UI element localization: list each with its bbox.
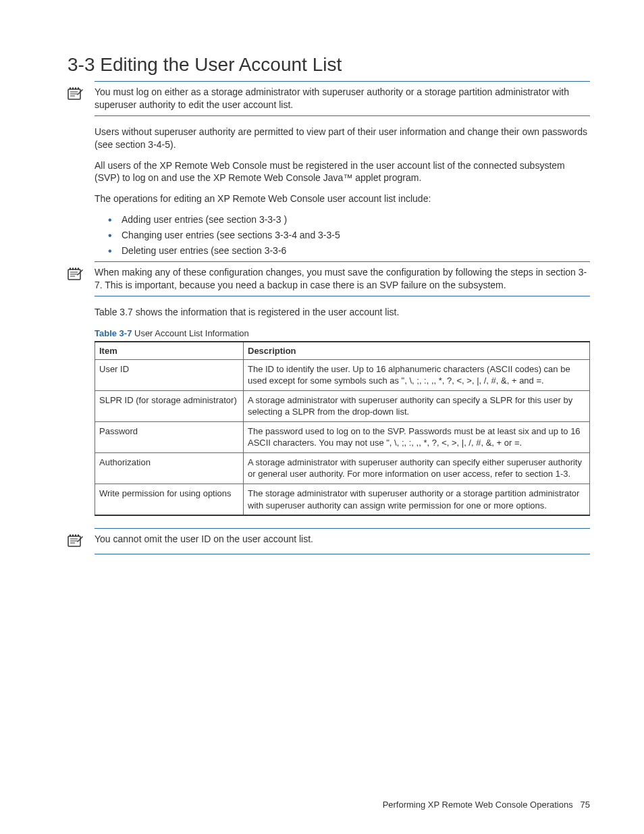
svg-rect-14	[75, 267, 76, 269]
table-cell-desc: A storage administrator with superuser a…	[244, 452, 590, 484]
paragraph-3: The operations for editing an XP Remote …	[95, 192, 590, 205]
note-text-2: When making any of these configuration c…	[95, 266, 590, 292]
note-block-1: You must log on either as a storage admi…	[95, 81, 590, 116]
bullet-list: Adding user entries (see section 3-3-3 )…	[95, 213, 590, 257]
table-cell-desc: The storage administrator with superuser…	[244, 484, 590, 515]
svg-rect-12	[70, 267, 71, 269]
svg-rect-7	[78, 88, 79, 90]
table-row: SLPR ID (for storage administrator) A st…	[95, 390, 590, 421]
svg-rect-6	[75, 88, 76, 90]
note-icon	[68, 92, 84, 103]
table-cell-item: Authorization	[95, 452, 244, 484]
svg-rect-13	[72, 267, 74, 269]
svg-rect-20	[70, 535, 71, 537]
paragraph-2: All users of the XP Remote Web Console m…	[95, 159, 590, 185]
table-cell-desc: The ID to identify the user. Up to 16 al…	[244, 359, 590, 390]
svg-rect-22	[75, 535, 76, 537]
bullet-item: Deleting user entries (see section 3-3-6	[122, 244, 590, 257]
table-cell-item: Write permission for using options	[95, 484, 244, 515]
table-row: User ID The ID to identify the user. Up …	[95, 359, 590, 390]
table-cell-item: Password	[95, 421, 244, 452]
svg-rect-21	[72, 535, 74, 537]
user-account-info-table: Item Description User ID The ID to ident…	[95, 341, 590, 516]
table-cell-desc: A storage administrator with superuser a…	[244, 390, 590, 421]
table-caption: Table 3-7 User Account List Information	[95, 328, 590, 338]
table-caption-label: Table 3-7	[95, 328, 132, 338]
paragraph-1: Users without superuser authority are pe…	[95, 126, 590, 151]
table-cell-desc: The password used to log on to the SVP. …	[244, 421, 590, 452]
bullet-item: Adding user entries (see section 3-3-3 )	[122, 213, 590, 226]
table-row: Write permission for using options The s…	[95, 484, 590, 515]
footer-chapter-title: Performing XP Remote Web Console Operati…	[383, 800, 573, 810]
table-header-item: Item	[95, 342, 244, 360]
svg-rect-4	[70, 88, 71, 90]
table-row: Password The password used to log on to …	[95, 421, 590, 452]
bullet-item: Changing user entries (see sections 3-3-…	[122, 229, 590, 242]
table-caption-text: User Account List Information	[132, 328, 248, 338]
table-row: Authorization A storage administrator wi…	[95, 452, 590, 484]
footer-page-number: 75	[581, 800, 590, 810]
svg-rect-15	[78, 267, 79, 269]
note-block-2: When making any of these configuration c…	[95, 261, 590, 296]
table-header-description: Description	[244, 342, 590, 360]
page-footer: Performing XP Remote Web Console Operati…	[383, 800, 590, 810]
note-text-1: You must log on either as a storage admi…	[95, 86, 590, 111]
note-block-3: You cannot omit the user ID on the user …	[95, 528, 590, 554]
table-cell-item: SLPR ID (for storage administrator)	[95, 390, 244, 421]
svg-rect-5	[72, 88, 74, 90]
note-icon	[68, 272, 84, 283]
section-heading: 3-3 Editing the User Account List	[68, 54, 590, 76]
note-text-3: You cannot omit the user ID on the user …	[95, 533, 590, 550]
note-icon	[68, 539, 84, 550]
svg-rect-23	[78, 535, 79, 537]
table-cell-item: User ID	[95, 359, 244, 390]
paragraph-4: Table 3.7 shows the information that is …	[95, 306, 590, 319]
